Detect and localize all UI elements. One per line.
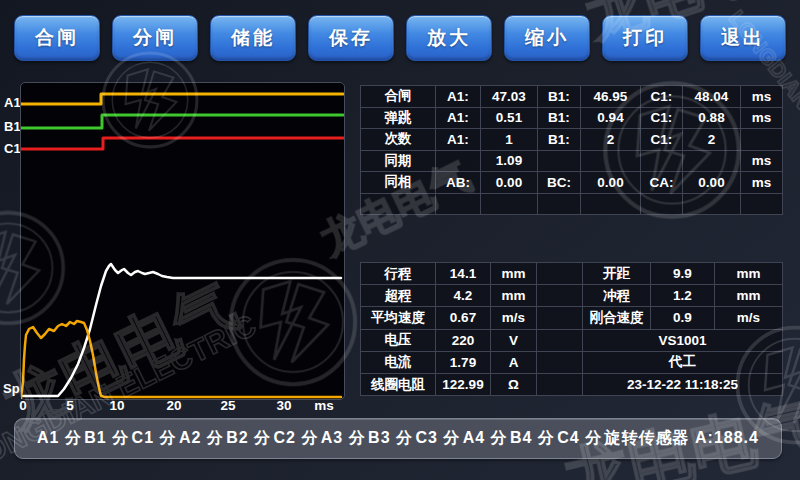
status-item: B3 分 — [368, 428, 413, 449]
status-bar: A1 分B1 分C1 分A2 分B2 分C2 分A3 分B3 分C3 分A4 分… — [14, 418, 782, 459]
table-cell: 1.2 — [651, 285, 715, 307]
button-store-energy[interactable]: 储能 — [210, 15, 296, 61]
series-a1-contact — [21, 94, 343, 104]
series-b1-contact — [21, 115, 343, 128]
trace-label-b1: B1 — [4, 119, 21, 134]
x-tick: 5 — [66, 398, 74, 413]
status-item: B1 分 — [84, 428, 129, 449]
table-row: 弹跳A1:0.51B1:0.94C1:0.88ms — [361, 107, 783, 129]
table-cell: 9.9 — [651, 263, 715, 285]
table-cell: mm — [491, 285, 537, 307]
status-item: A2 分 — [179, 428, 224, 449]
table-cell: 0.94 — [581, 107, 641, 129]
table-cell: 冲程 — [583, 285, 651, 307]
x-tick: 25 — [220, 398, 235, 413]
x-tick: ms — [314, 398, 334, 413]
table-cell: CA: — [641, 172, 683, 194]
table-cell: m/s — [491, 307, 537, 329]
trace-label-c1: C1 — [4, 141, 21, 156]
series-speed-curve — [21, 321, 341, 398]
table-cell: mm — [491, 263, 537, 285]
button-print[interactable]: 打印 — [602, 15, 688, 61]
table-cell: 同相 — [361, 172, 436, 194]
trace-label-speed: Sp — [3, 381, 20, 396]
table-cell: 行程 — [361, 263, 436, 285]
status-item: C1 分 — [132, 428, 177, 449]
table-cell: 线圈电阻 — [361, 373, 436, 395]
table-cell: AB: — [436, 172, 481, 194]
table-cell: 0.00 — [581, 172, 641, 194]
table-cell — [741, 193, 783, 215]
table-cell — [581, 193, 641, 215]
table-cell: 电流 — [361, 351, 436, 373]
waveform-panel — [20, 82, 345, 400]
table-cell: 合闸 — [361, 86, 436, 108]
table-cell: 14.1 — [436, 263, 491, 285]
table-cell: 1 — [481, 129, 538, 151]
series-c1-contact — [21, 138, 343, 149]
button-exit[interactable]: 退出 — [700, 15, 786, 61]
table-cell — [361, 193, 436, 215]
analyzer-screen: 合闸分闸储能保存放大缩小打印退出 A1 B1 C1 Sp 0510202530m… — [0, 0, 800, 480]
mechanical-table: 行程14.1mm开距9.9mm超程4.2mm冲程1.2mm平均速度0.67m/s… — [360, 262, 783, 396]
status-item: C3 分 — [415, 428, 460, 449]
table-cell: 0.51 — [481, 107, 538, 129]
x-tick: 0 — [19, 398, 27, 413]
button-zoom-out[interactable]: 缩小 — [504, 15, 590, 61]
table-cell: 同期 — [361, 150, 436, 172]
table-cell: m/s — [715, 307, 783, 329]
table-cell: A1: — [436, 86, 481, 108]
table-row: 超程4.2mm冲程1.2mm — [361, 285, 783, 307]
table-cell: 弹跳 — [361, 107, 436, 129]
table-row: 电压220VVS1001 — [361, 329, 783, 351]
button-close-switch[interactable]: 合闸 — [14, 15, 100, 61]
table-cell: 开距 — [583, 263, 651, 285]
table-cell — [481, 193, 538, 215]
table-row — [361, 193, 783, 215]
table-cell: 0.67 — [436, 307, 491, 329]
table-cell: 1.09 — [481, 150, 538, 172]
table-cell — [641, 150, 683, 172]
table-row: 电流1.79A代工 — [361, 351, 783, 373]
timing-table-body: 合闸A1:47.03B1:46.95C1:48.04ms弹跳A1:0.51B1:… — [361, 86, 783, 215]
status-item: A1 分 — [37, 428, 82, 449]
rotary-sensor-reading: 旋转传感器 A:188.4 — [605, 428, 759, 449]
table-cell: 4.2 — [436, 285, 491, 307]
table-row: 合闸A1:47.03B1:46.95C1:48.04ms — [361, 86, 783, 108]
table-cell — [538, 193, 581, 215]
table-cell — [683, 193, 741, 215]
table-cell: 48.04 — [683, 86, 741, 108]
button-save[interactable]: 保存 — [308, 15, 394, 61]
x-axis: 0510202530ms — [0, 398, 800, 414]
toolbar: 合闸分闸储能保存放大缩小打印退出 — [14, 15, 786, 61]
table-cell — [538, 150, 581, 172]
table-cell: C1: — [641, 86, 683, 108]
table-cell: BC: — [538, 172, 581, 194]
status-item: C4 分 — [557, 428, 602, 449]
table-row: 线圈电阻122.99Ω23-12-22 11:18:25 — [361, 373, 783, 395]
table-cell — [436, 193, 481, 215]
table-cell: 0.00 — [683, 172, 741, 194]
button-zoom-in[interactable]: 放大 — [406, 15, 492, 61]
table-cell: 超程 — [361, 285, 436, 307]
table-cell: ms — [741, 86, 783, 108]
table-cell: 2 — [683, 129, 741, 151]
table-cell: Ω — [491, 373, 537, 395]
table-cell-merged: VS1001 — [583, 329, 783, 351]
table-cell: 122.99 — [436, 373, 491, 395]
table-cell: 2 — [581, 129, 641, 151]
table-cell-merged: 代工 — [583, 351, 783, 373]
trace-label-a1: A1 — [4, 95, 21, 110]
table-cell: V — [491, 329, 537, 351]
table-cell: B1: — [538, 129, 581, 151]
table-cell — [581, 150, 641, 172]
x-tick: 30 — [276, 398, 291, 413]
table-cell: mm — [715, 285, 783, 307]
table-cell: C1: — [641, 107, 683, 129]
table-cell: 0.88 — [683, 107, 741, 129]
button-open-switch[interactable]: 分闸 — [112, 15, 198, 61]
table-cell — [436, 150, 481, 172]
table-cell: 刚合速度 — [583, 307, 651, 329]
table-cell: A1: — [436, 129, 481, 151]
table-row: 平均速度0.67m/s刚合速度0.9m/s — [361, 307, 783, 329]
